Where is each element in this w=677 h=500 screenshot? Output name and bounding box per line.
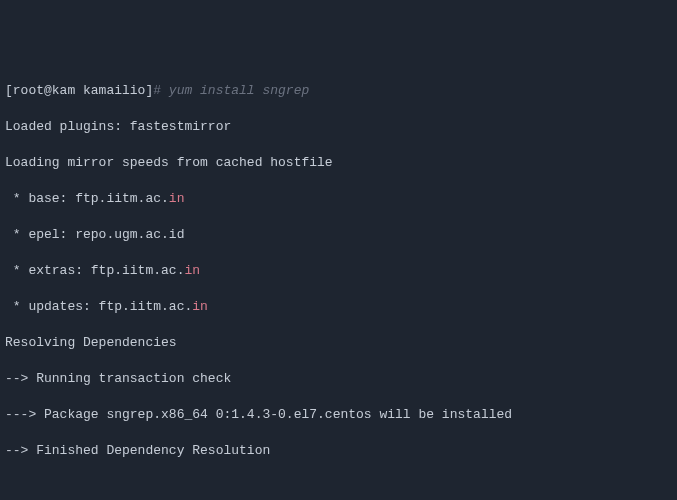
output-running-check: --> Running transaction check bbox=[5, 370, 672, 388]
mirror-base-suffix: in bbox=[169, 191, 185, 206]
output-loading-mirrors: Loading mirror speeds from cached hostfi… bbox=[5, 154, 672, 172]
prompt-user-host: [root@kam kamailio] bbox=[5, 83, 153, 98]
output-mirror-extras: * extras: ftp.iitm.ac.in bbox=[5, 262, 672, 280]
mirror-updates-suffix: in bbox=[192, 299, 208, 314]
prompt-line: [root@kam kamailio]# yum install sngrep bbox=[5, 82, 672, 100]
blank-line bbox=[5, 478, 672, 496]
output-mirror-updates: * updates: ftp.iitm.ac.in bbox=[5, 298, 672, 316]
mirror-updates-prefix: * updates: ftp.iitm.ac. bbox=[5, 299, 192, 314]
mirror-extras-suffix: in bbox=[184, 263, 200, 278]
output-finished-resolution: --> Finished Dependency Resolution bbox=[5, 442, 672, 460]
command-text: yum install sngrep bbox=[169, 83, 309, 98]
output-package-install: ---> Package sngrep.x86_64 0:1.4.3-0.el7… bbox=[5, 406, 672, 424]
prompt-hash: # bbox=[153, 83, 169, 98]
output-mirror-epel: * epel: repo.ugm.ac.id bbox=[5, 226, 672, 244]
mirror-extras-prefix: * extras: ftp.iitm.ac. bbox=[5, 263, 184, 278]
output-loaded-plugins: Loaded plugins: fastestmirror bbox=[5, 118, 672, 136]
mirror-base-prefix: * base: ftp.iitm.ac. bbox=[5, 191, 169, 206]
output-resolving: Resolving Dependencies bbox=[5, 334, 672, 352]
output-mirror-base: * base: ftp.iitm.ac.in bbox=[5, 190, 672, 208]
